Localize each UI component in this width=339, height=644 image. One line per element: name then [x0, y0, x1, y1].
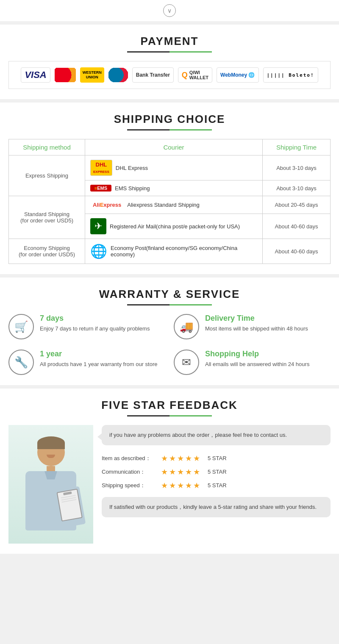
chevron-down-icon: ∨	[163, 4, 176, 17]
truck-icon: 🚚	[174, 314, 199, 339]
star-5: ★	[193, 481, 200, 490]
payment-underline	[127, 51, 212, 53]
collar	[44, 471, 57, 480]
warranty-1year-heading: 1 year	[40, 350, 157, 358]
star-badge-communication: 5 STAR	[208, 469, 227, 475]
warranty-grid: 🛒 7 days Enjoy 7 days to return if any q…	[8, 314, 331, 375]
warranty-item-delivery: 🚚 Delivery Time Most items will be shipp…	[174, 314, 331, 339]
warranty-delivery-text: Delivery Time Most items will be shipped…	[205, 314, 308, 333]
feedback-section: FIVE STAR FEEDBACK	[0, 389, 339, 554]
warranty-item-7days: 🛒 7 days Enjoy 7 days to return if any q…	[8, 314, 165, 339]
airmail-name: Registered Air Mail(china post/e packet-…	[110, 223, 240, 230]
dhl-courier-cell: DHLEXPRESS DHL Express	[85, 155, 263, 180]
economy-courier-cell: 🌐 Economy Post(finland economy/SG econom…	[85, 239, 263, 264]
webmoney-logo: WebMoney 🌐	[217, 67, 258, 83]
star-1: ★	[161, 467, 168, 477]
ems-courier-cell: ≡EMS EMS Shipping	[85, 180, 263, 196]
stars-shipping: ★ ★ ★ ★ ★	[161, 481, 200, 490]
bottom-speech-bubble: If satisfied with our products，kindly le…	[102, 497, 331, 518]
warranty-shopping-text: Shopping Help All emails will be answere…	[205, 350, 309, 369]
feedback-content-area: if you have any problems about the order…	[8, 425, 331, 544]
ali-courier-row: AliExpress Aliexpress Standard Shipping	[90, 200, 257, 209]
express-shipping-method: Express Shipping	[9, 155, 85, 196]
table-row: Express Shipping DHLEXPRESS DHL Express …	[9, 155, 331, 180]
warranty-title: WARRANTY & SERVICE	[8, 288, 331, 301]
warranty-section: WARRANTY & SERVICE 🛒 7 days Enjoy 7 days…	[0, 278, 339, 385]
person-photo	[8, 425, 93, 544]
stars-described: ★ ★ ★ ★ ★	[161, 454, 200, 463]
star-4: ★	[185, 481, 192, 490]
star-badge-described: 5 STAR	[208, 455, 227, 461]
economy-time: About 40-60 days	[263, 239, 331, 264]
shipping-table: Shipping method Courier Shipping Time Ex…	[8, 139, 331, 264]
star-2: ★	[169, 454, 176, 463]
feedback-title: FIVE STAR FEEDBACK	[8, 399, 331, 412]
ems-time: About 3-10 days	[263, 180, 331, 196]
western-union-logo: WESTERNUNION	[80, 67, 104, 83]
rating-row-communication: Communication： ★ ★ ★ ★ ★ 5 STAR	[102, 467, 331, 477]
rating-label-communication: Communication：	[102, 468, 157, 476]
aliexpress-logo: AliExpress	[90, 200, 124, 209]
star-3: ★	[177, 467, 184, 477]
visa-logo: VISA	[21, 67, 50, 83]
airmail-logo: ✈	[90, 218, 106, 234]
clipboard-clip	[63, 491, 72, 495]
ems-courier-row: ≡EMS EMS Shipping	[90, 185, 257, 192]
clipboard	[56, 489, 82, 522]
rating-label-shipping: Shipping speed：	[102, 482, 157, 489]
star-4: ★	[185, 467, 192, 477]
warranty-item-1year: 🔧 1 year All products have 1 year warran…	[8, 350, 165, 375]
top-speech-bubble: if you have any problems about the order…	[102, 425, 331, 445]
cart-icon: 🛒	[8, 314, 34, 339]
top-chevron-section: ∨	[0, 0, 339, 21]
payment-title: PAYMENT	[8, 35, 331, 48]
shipping-section: SHIPPING CHOICE Shipping method Courier …	[0, 103, 339, 274]
star-1: ★	[161, 454, 168, 463]
warranty-shopping-heading: Shopping Help	[205, 350, 309, 358]
star-5: ★	[193, 467, 200, 477]
star-3: ★	[177, 481, 184, 490]
airmail-courier-row: ✈ Registered Air Mail(china post/e packe…	[90, 218, 257, 234]
star-5: ★	[193, 454, 200, 463]
dhl-logo: DHLEXPRESS	[90, 160, 112, 176]
person-head	[37, 439, 65, 466]
payment-logos-container: VISA WESTERNUNION Bank Transfer Q QIWIWA…	[8, 61, 331, 89]
economy-shipping-method: Economy Shipping(for order under USD5)	[9, 239, 85, 264]
warranty-1year-text: 1 year All products have 1 year warranty…	[40, 350, 157, 369]
qiwi-logo: Q QIWIWALLET	[178, 67, 212, 83]
bank-transfer-logo: Bank Transfer	[132, 67, 174, 83]
warranty-7days-text: 7 days Enjoy 7 days to return if any qua…	[40, 314, 150, 333]
feedback-right-content: if you have any problems about the order…	[102, 425, 331, 517]
dhl-courier-row: DHLEXPRESS DHL Express	[90, 160, 257, 176]
dhl-time: About 3-10 days	[263, 155, 331, 180]
warranty-7days-desc: Enjoy 7 days to return if any quality pr…	[40, 325, 150, 333]
airmail-courier-cell: ✈ Registered Air Mail(china post/e packe…	[85, 214, 263, 239]
table-row: Standard Shipping(for order over USD5) A…	[9, 196, 331, 214]
ali-name: Aliexpress Standard Shipping	[127, 202, 200, 208]
person-neck	[47, 466, 55, 471]
ali-time: About 20-45 days	[263, 196, 331, 214]
economy-courier-row: 🌐 Economy Post(finland economy/SG econom…	[90, 243, 257, 259]
person-body	[25, 471, 76, 530]
warranty-1year-desc: All products have 1 year warranty from o…	[40, 360, 157, 369]
dhl-name: DHL Express	[116, 165, 148, 171]
warranty-shopping-desc: All emails will be answered within 24 ho…	[205, 360, 309, 369]
star-4: ★	[185, 454, 192, 463]
star-2: ★	[169, 467, 176, 477]
table-row: Economy Shipping(for order under USD5) 🌐…	[9, 239, 331, 264]
shipping-title: SHIPPING CHOICE	[8, 113, 331, 126]
col-header-time: Shipping Time	[263, 139, 331, 155]
un-logo: 🌐	[90, 243, 107, 259]
ems-logo: ≡EMS	[90, 185, 111, 192]
stars-communication: ★ ★ ★ ★ ★	[161, 467, 200, 477]
feedback-person-image	[8, 425, 93, 544]
boleto-logo: ||||| Boleto!	[263, 67, 318, 83]
star-2: ★	[169, 481, 176, 490]
star-1: ★	[161, 481, 168, 490]
economy-name: Economy Post(finland economy/SG economy/…	[111, 245, 257, 258]
warranty-item-shopping: ✉ Shopping Help All emails will be answe…	[174, 350, 331, 375]
mouth	[47, 455, 55, 458]
standard-shipping-method: Standard Shipping(for order over USD5)	[9, 196, 85, 239]
warranty-7days-heading: 7 days	[40, 314, 150, 323]
rating-row-shipping: Shipping speed： ★ ★ ★ ★ ★ 5 STAR	[102, 481, 331, 490]
